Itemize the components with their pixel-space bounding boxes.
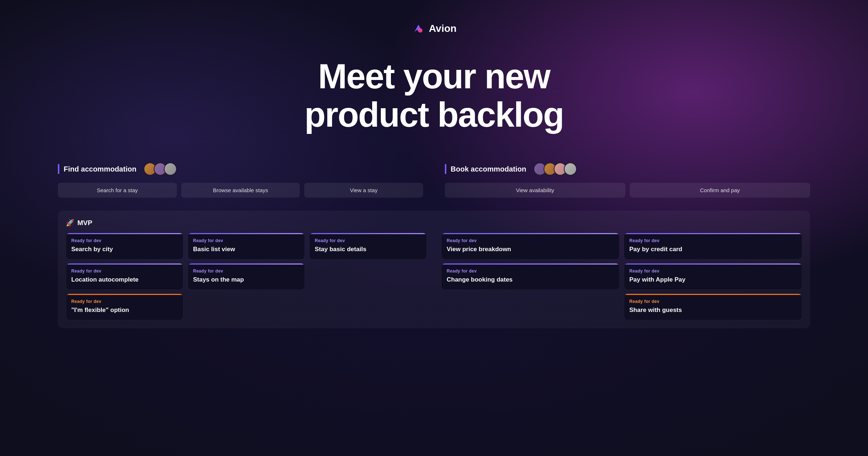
card-status: Ready for dev [629,299,797,304]
card-status: Ready for dev [629,269,797,274]
find-epic-title: Find accommodation [64,165,136,173]
col-header-view-availability: View availability [445,183,625,198]
mvp-section: 🚀 MVP Ready for dev Search by city Ready… [58,211,810,328]
header: Avion [0,0,868,43]
story-card-pay-apple-pay[interactable]: Ready for dev Pay with Apple Pay [624,263,802,290]
avion-logo-icon [412,22,425,35]
hero-title: Meet your new product backlog [0,57,868,134]
story-card-im-flexible[interactable]: Ready for dev "I'm flexible" option [66,294,183,320]
book-col-1: Ready for dev View price breakdown Ready… [441,233,620,320]
card-status: Ready for dev [629,238,797,243]
card-status: Ready for dev [315,238,421,243]
find-cards: Ready for dev Search by city Ready for d… [66,233,427,320]
mvp-cards-container: Ready for dev Search by city Ready for d… [66,233,802,320]
find-col-1: Ready for dev Search by city Ready for d… [66,233,183,320]
col-header-browse-stays: Browse available stays [181,183,300,198]
top-epics-row: Find accommodation Search for a stay Bro… [58,162,810,203]
book-cards: Ready for dev View price breakdown Ready… [441,233,802,320]
story-card-location-autocomplete[interactable]: Ready for dev Location autocomplete [66,263,183,290]
story-card-stay-basic-details[interactable]: Ready for dev Stay basic details [309,233,427,259]
story-card-view-price-breakdown[interactable]: Ready for dev View price breakdown [441,233,620,259]
book-col-headers: View availability Confirm and pay [445,183,810,198]
find-avatar-group [144,162,177,176]
card-title: Stays on the map [193,276,300,284]
col-header-confirm-pay: Confirm and pay [630,183,810,198]
rocket-icon: 🚀 [66,219,75,227]
col-header-search-stay: Search for a stay [58,183,177,198]
card-title: Stay basic details [315,245,421,253]
story-card-basic-list-view[interactable]: Ready for dev Basic list view [188,233,305,259]
find-col-headers: Search for a stay Browse available stays… [58,183,423,198]
card-title: Pay with Apple Pay [629,276,797,284]
card-status: Ready for dev [193,238,300,243]
avatar [564,162,577,176]
card-status: Ready for dev [71,269,178,274]
story-card-stays-on-map[interactable]: Ready for dev Stays on the map [188,263,305,290]
find-epic-accent [58,164,59,174]
book-avatar-group [533,162,577,176]
col-header-view-stay: View a stay [304,183,423,198]
card-status: Ready for dev [71,238,178,243]
story-card-search-by-city[interactable]: Ready for dev Search by city [66,233,183,259]
find-col-3: Ready for dev Stay basic details [309,233,427,320]
book-epic-title: Book accommodation [451,165,526,173]
card-title: Pay by credit card [629,245,797,253]
find-epic-header: Find accommodation [58,162,423,176]
card-title: Search by city [71,245,178,253]
svg-point-0 [418,28,422,33]
card-title: View price breakdown [447,245,614,253]
find-epic-section: Find accommodation Search for a stay Bro… [58,162,423,203]
story-card-change-booking-dates[interactable]: Ready for dev Change booking dates [441,263,620,290]
book-epic-header: Book accommodation [445,162,810,176]
mvp-label: 🚀 MVP [66,219,802,227]
card-title: Basic list view [193,245,300,253]
book-col-2: Ready for dev Pay by credit card Ready f… [624,233,802,320]
hero-section: Meet your new product backlog [0,43,868,162]
book-epic-accent [445,164,446,174]
avatar [164,162,177,176]
story-card-share-with-guests[interactable]: Ready for dev Share with guests [624,294,802,320]
card-title: "I'm flexible" option [71,306,178,314]
logo-text: Avion [429,23,457,34]
card-title: Change booking dates [447,276,614,284]
board-container: Find accommodation Search for a stay Bro… [0,162,868,328]
card-status: Ready for dev [447,269,614,274]
card-status: Ready for dev [447,238,614,243]
book-epic-section: Book accommodation View availability Con… [445,162,810,203]
card-title: Location autocomplete [71,276,178,284]
card-status: Ready for dev [71,299,178,304]
card-title: Share with guests [629,306,797,314]
story-card-pay-credit-card[interactable]: Ready for dev Pay by credit card [624,233,802,259]
card-status: Ready for dev [193,269,300,274]
find-col-2: Ready for dev Basic list view Ready for … [188,233,305,320]
